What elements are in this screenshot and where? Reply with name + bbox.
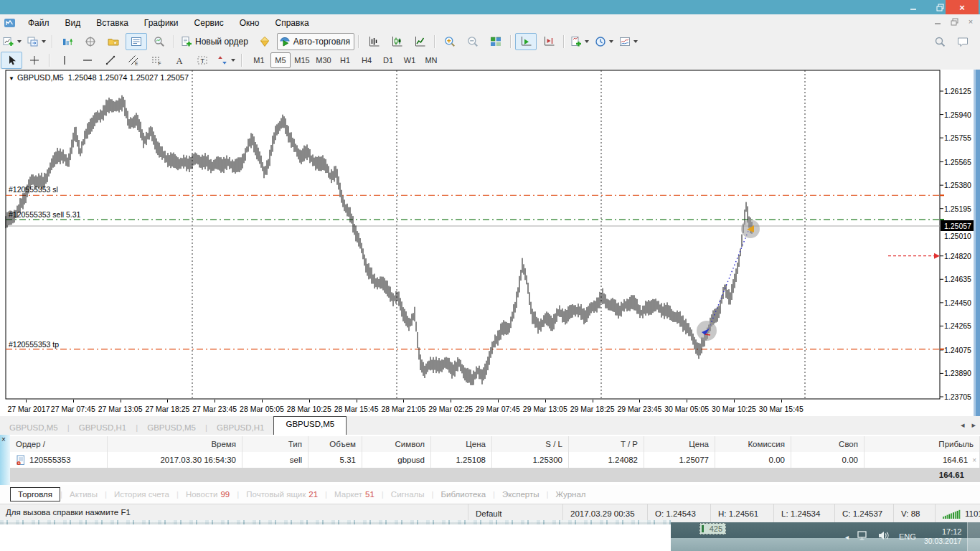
taskbar-clock[interactable]: 17:12 30.03.2017	[924, 527, 962, 546]
window-close-button[interactable]: ×	[946, 0, 979, 14]
column-header-2[interactable]: Тип	[242, 436, 308, 452]
chart-restore-button[interactable]	[949, 17, 959, 27]
menu-item-Вставка[interactable]: Вставка	[88, 16, 136, 30]
zoom-out-button[interactable]	[462, 33, 484, 50]
column-header-5[interactable]: Цена	[431, 436, 492, 452]
volume-icon[interactable]	[877, 530, 891, 544]
timeframe-W1[interactable]: W1	[400, 52, 420, 68]
taskbar-progress-button[interactable]: 425	[699, 523, 726, 534]
metaeditor-button[interactable]	[254, 33, 275, 50]
tab-scroll-right[interactable]: ▸	[971, 420, 976, 430]
templates-button[interactable]	[617, 33, 640, 50]
text-button[interactable]: A	[169, 52, 190, 69]
column-header-11[interactable]: Прибыль	[864, 436, 980, 452]
chart-bars-button[interactable]	[363, 33, 385, 50]
menu-item-Сервис[interactable]: Сервис	[187, 16, 232, 30]
chart-candles-button[interactable]	[386, 33, 407, 50]
profiles-button[interactable]	[25, 33, 48, 50]
indicators-dropdown-icon[interactable]	[585, 40, 589, 43]
menu-item-Графики[interactable]: Графики	[136, 16, 187, 30]
terminal-tab-Сигналы[interactable]: Сигналы	[384, 488, 432, 501]
terminal-tab-Маркет[interactable]: Маркет51	[327, 488, 382, 501]
templates-dropdown-icon[interactable]	[633, 40, 638, 43]
chart-tab-2[interactable]: GBPUSD,M5	[138, 420, 205, 435]
order-stoploss-label[interactable]: #120555353 sl	[9, 185, 58, 194]
terminal-tab-Активы[interactable]: Активы	[62, 488, 105, 501]
price-chart[interactable]	[0, 70, 980, 400]
trendline-button[interactable]	[100, 52, 121, 69]
menu-item-Файл[interactable]: Файл	[20, 16, 57, 30]
terminal-tab-Библиотека[interactable]: Библиотека	[434, 488, 494, 501]
timeframe-M30[interactable]: M30	[314, 52, 334, 68]
menu-item-Вид[interactable]: Вид	[57, 16, 89, 30]
menu-item-Окно[interactable]: Окно	[232, 16, 268, 30]
terminal-button[interactable]	[126, 33, 147, 50]
chart-tab-1[interactable]: GBPUSD,H1	[70, 420, 136, 435]
column-header-0[interactable]: Ордер /	[10, 436, 108, 452]
column-header-7[interactable]: T / P	[569, 436, 644, 452]
chart-shift-button[interactable]	[538, 33, 560, 50]
profiles-dropdown-icon[interactable]	[42, 40, 46, 43]
menu-item-Справка[interactable]: Справка	[268, 16, 317, 30]
window-minimize-button[interactable]	[903, 0, 924, 14]
terminal-tab-Эксперты[interactable]: Эксперты	[495, 488, 546, 501]
crosshair-button[interactable]	[24, 52, 45, 69]
label-button[interactable]: T	[192, 52, 213, 69]
timeframe-M1[interactable]: M1	[249, 52, 269, 68]
strategy-tester-button[interactable]	[149, 33, 170, 50]
data-window-button[interactable]	[80, 33, 101, 50]
hline-button[interactable]	[77, 52, 98, 69]
column-header-10[interactable]: Своп	[791, 436, 864, 452]
terminal-close-button[interactable]: ×	[1, 435, 6, 443]
terminal-tab-Почтовый ящик[interactable]: Почтовый ящик21	[239, 488, 325, 501]
periods-dropdown-icon[interactable]	[609, 40, 613, 43]
terminal-tab-Журнал[interactable]: Журнал	[549, 488, 593, 501]
order-open-label[interactable]: #120555353 sell 5.31	[9, 210, 80, 219]
timeframe-D1[interactable]: D1	[378, 52, 398, 68]
chart-objects-dropdown-icon[interactable]: ▼	[9, 75, 14, 82]
auto-scroll-button[interactable]	[515, 33, 537, 50]
zoom-in-button[interactable]	[439, 33, 461, 50]
chart-tab-4[interactable]: GBPUSD,M5	[273, 416, 347, 435]
hidden-icons-arrow[interactable]: ◂	[845, 533, 849, 541]
column-header-8[interactable]: Цена	[644, 436, 715, 452]
tile-windows-button[interactable]	[485, 33, 507, 50]
order-takeprofit-label[interactable]: #120555353 tp	[9, 340, 59, 349]
show-desktop-button[interactable]	[967, 522, 980, 551]
chart-tab-3[interactable]: GBPUSD,H1	[207, 420, 273, 435]
app-icon[interactable]	[4, 18, 16, 29]
terminal-tab-История счета[interactable]: История счета	[107, 488, 176, 501]
column-header-1[interactable]: Время	[108, 436, 242, 452]
ideas-button[interactable]	[952, 33, 974, 50]
timeframe-H1[interactable]: H1	[335, 52, 355, 68]
navigator-button[interactable]	[103, 33, 124, 50]
new-order-button[interactable]: Новый ордер	[179, 33, 253, 50]
column-header-3[interactable]: Объем	[308, 436, 362, 452]
chart-window[interactable]: ▼GBPUSD,M5 1.25048 1.25074 1.25027 1.250…	[0, 70, 980, 416]
timeframe-MN[interactable]: MN	[421, 52, 441, 68]
periods-button[interactable]	[593, 33, 616, 50]
tab-scroll-left[interactable]: ◂	[961, 420, 965, 430]
chart-close-button[interactable]: ×	[966, 17, 976, 27]
order-table-row[interactable]: 1205553532017.03.30 16:54:30sell5.31gbpu…	[10, 452, 980, 468]
market-watch-button[interactable]	[57, 33, 78, 50]
search-button[interactable]	[929, 33, 951, 50]
autotrade-button[interactable]: Авто-торговля	[277, 33, 354, 50]
chart-tab-0[interactable]: GBPUSD,M5	[0, 420, 67, 435]
row-close-icon[interactable]: ×	[972, 456, 976, 464]
network-icon[interactable]	[857, 530, 870, 544]
fibonacci-button[interactable]: F	[146, 52, 167, 69]
column-header-9[interactable]: Комиссия	[715, 436, 791, 452]
indicators-button[interactable]	[568, 33, 591, 50]
new-chart-dropdown-icon[interactable]	[17, 40, 22, 43]
column-header-6[interactable]: S / L	[492, 436, 569, 452]
vline-button[interactable]	[54, 52, 75, 69]
cursor-button[interactable]	[1, 52, 22, 69]
chart-minimize-button[interactable]	[933, 17, 943, 27]
timeframe-M5[interactable]: M5	[270, 52, 291, 68]
timeframe-H4[interactable]: H4	[357, 52, 377, 68]
timeframe-M15[interactable]: M15	[292, 52, 312, 68]
new-chart-button[interactable]	[1, 33, 24, 50]
terminal-tab-Новости[interactable]: Новости99	[179, 488, 237, 501]
chart-line-button[interactable]	[409, 33, 430, 50]
